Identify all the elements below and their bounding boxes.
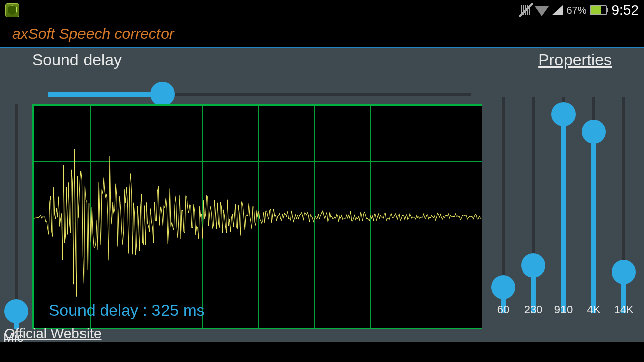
slider-fill bbox=[561, 114, 566, 313]
eq-label: 4K bbox=[579, 303, 609, 316]
battery-icon bbox=[590, 5, 607, 15]
status-bar: 67% 9:52 bbox=[0, 0, 644, 20]
eq-label: 910 bbox=[548, 303, 579, 316]
slider-fill bbox=[48, 92, 163, 97]
clock: 9:52 bbox=[612, 2, 639, 18]
eq-label: 230 bbox=[518, 303, 548, 316]
slider-thumb[interactable] bbox=[4, 299, 28, 323]
battery-percent: 67% bbox=[566, 5, 586, 16]
main-panel: Sound delay Properties Mic Sound delay :… bbox=[0, 48, 644, 342]
cell-signal-icon bbox=[552, 5, 563, 15]
eq-slider-4K[interactable]: 4K bbox=[579, 97, 609, 313]
eq-slider-60[interactable]: 60 bbox=[488, 97, 518, 313]
properties-link[interactable]: Properties bbox=[538, 51, 612, 69]
slider-thumb[interactable] bbox=[582, 120, 606, 144]
app-title-bar: axSoft Speech corrector bbox=[0, 20, 644, 48]
wifi-icon bbox=[535, 6, 549, 16]
eq-slider-230[interactable]: 230 bbox=[518, 97, 548, 313]
equalizer: 602309104K14K bbox=[488, 73, 639, 324]
app-title: axSoft Speech corrector bbox=[12, 25, 174, 42]
slider-thumb[interactable] bbox=[521, 253, 545, 278]
sound-delay-slider[interactable] bbox=[48, 84, 471, 104]
eq-slider-910[interactable]: 910 bbox=[548, 97, 579, 313]
slider-fill bbox=[591, 132, 596, 313]
waveform-panel: Sound delay : 325 ms bbox=[32, 104, 484, 329]
eq-slider-14K[interactable]: 14K bbox=[609, 97, 639, 313]
vibrate-silent-icon bbox=[520, 4, 532, 16]
eq-label: 60 bbox=[488, 303, 518, 316]
official-website-link[interactable]: Official Website bbox=[4, 326, 101, 342]
slider-thumb[interactable] bbox=[551, 102, 576, 126]
eq-label: 14K bbox=[609, 303, 639, 316]
sound-delay-label: Sound delay bbox=[32, 51, 122, 69]
slider-track bbox=[15, 104, 18, 329]
slider-thumb[interactable] bbox=[491, 275, 515, 299]
waveform-graphic bbox=[34, 106, 482, 328]
delay-readout: Sound delay : 325 ms bbox=[49, 301, 205, 320]
mic-slider[interactable]: Mic bbox=[0, 104, 32, 329]
slider-thumb[interactable] bbox=[612, 260, 636, 284]
slider-thumb[interactable] bbox=[150, 82, 175, 106]
shield-icon bbox=[5, 3, 19, 17]
